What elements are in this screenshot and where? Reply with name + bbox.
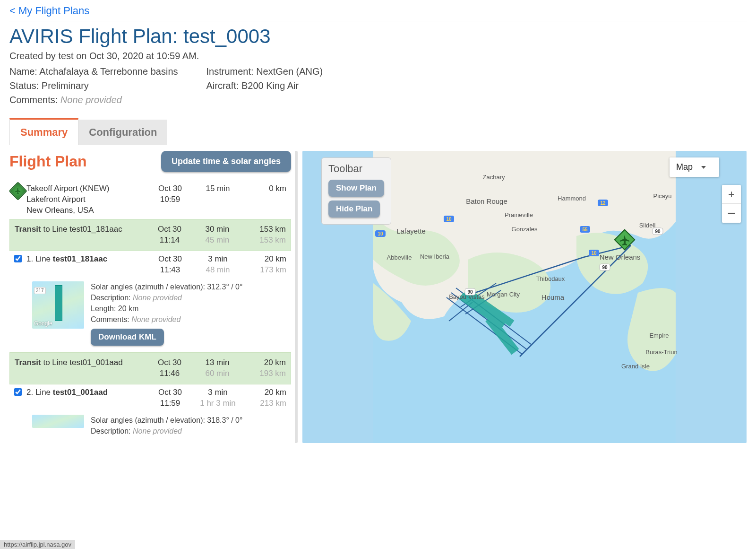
svg-text:10: 10 <box>591 251 597 256</box>
meta-comments: Comments: None provided <box>9 93 178 107</box>
line-details: 317 Google Solar angles (azimuth / eleva… <box>9 279 291 353</box>
back-link[interactable]: < My Flight Plans <box>9 5 89 17</box>
meta-name: Name: Atchafalaya & Terrebonne basins <box>9 64 178 78</box>
meta-instrument: Instrument: NextGen (ANG) <box>206 64 323 78</box>
takeoff-row: Takeoff Airport (KNEW) Lakefront Airport… <box>9 181 291 219</box>
airplane-icon <box>9 182 27 200</box>
page-title: AVIRIS Flight Plan: test_0003 <box>9 25 747 48</box>
line-thumbnail[interactable]: 317 Google <box>32 281 84 329</box>
line-thumbnail[interactable] <box>32 415 84 428</box>
line-details: Solar angles (azimuth / elevation): 318.… <box>9 412 291 443</box>
line-row: 2. Line test01_001aad Oct 3011:59 3 min1… <box>9 384 291 412</box>
svg-text:10: 10 <box>378 231 383 236</box>
meta-aircraft: Aircraft: B200 King Air <box>206 78 323 93</box>
map-type-select[interactable]: Map <box>670 157 719 177</box>
svg-text:New Orleans: New Orleans <box>600 253 641 261</box>
svg-text:10: 10 <box>446 217 452 222</box>
map-pane[interactable]: Zachary Baton Rouge Hammond Picayu Slide… <box>302 151 747 443</box>
divider <box>9 21 747 21</box>
line-row: 1. Line test01_181aac Oct 3011:43 3 min4… <box>9 251 291 279</box>
flight-plan-heading: Flight Plan <box>9 153 87 170</box>
svg-text:Picayu: Picayu <box>653 192 671 200</box>
update-solar-button[interactable]: Update time & solar angles <box>161 151 291 172</box>
created-by: Created by test on Oct 30, 2020 at 10:59… <box>9 51 747 61</box>
svg-text:Hammond: Hammond <box>558 195 586 202</box>
svg-text:Grand Isle: Grand Isle <box>621 363 650 370</box>
svg-text:Prairieville: Prairieville <box>505 211 533 218</box>
svg-text:55: 55 <box>582 227 588 232</box>
svg-text:Thibodaux: Thibodaux <box>536 275 565 282</box>
svg-text:Slidell: Slidell <box>639 222 656 229</box>
svg-text:Houma: Houma <box>541 293 565 301</box>
svg-text:90: 90 <box>602 265 608 270</box>
svg-text:90: 90 <box>467 289 473 295</box>
meta-status: Status: Preliminary <box>9 78 178 93</box>
transit-row: Transit to Line test01_001aad Oct 3011:4… <box>9 352 291 384</box>
svg-text:Zachary: Zachary <box>483 174 505 181</box>
svg-text:90: 90 <box>655 229 661 234</box>
zoom-in-button[interactable]: + <box>722 185 741 204</box>
transit-row: Transit to Line test01_181aac Oct 3011:1… <box>9 219 291 251</box>
download-kml-button[interactable]: Download KML <box>91 329 164 346</box>
svg-text:12: 12 <box>600 200 606 206</box>
line-checkbox[interactable] <box>14 255 22 262</box>
svg-text:Abbeville: Abbeville <box>387 254 412 261</box>
svg-text:Lafayette: Lafayette <box>396 227 426 235</box>
zoom-out-button[interactable]: − <box>722 204 741 223</box>
toolbar-title: Toolbar <box>328 163 362 175</box>
summary-pane: Flight Plan Update time & solar angles T… <box>9 151 298 443</box>
svg-text:New Iberia: New Iberia <box>420 253 450 260</box>
tab-configuration[interactable]: Configuration <box>78 120 167 145</box>
svg-text:Buras-Triun: Buras-Triun <box>645 349 677 356</box>
tab-summary[interactable]: Summary <box>9 118 78 145</box>
svg-text:Baton Rouge: Baton Rouge <box>466 197 507 205</box>
svg-text:Empire: Empire <box>649 332 669 339</box>
map-toolbar: Toolbar Show Plan Hide Plan <box>321 157 391 225</box>
line-checkbox[interactable] <box>14 388 22 396</box>
svg-text:Gonzales: Gonzales <box>512 226 538 233</box>
hide-plan-button[interactable]: Hide Plan <box>328 200 380 218</box>
svg-text:Morgan City: Morgan City <box>487 291 520 298</box>
zoom-control: + − <box>722 185 741 223</box>
show-plan-button[interactable]: Show Plan <box>328 180 384 197</box>
